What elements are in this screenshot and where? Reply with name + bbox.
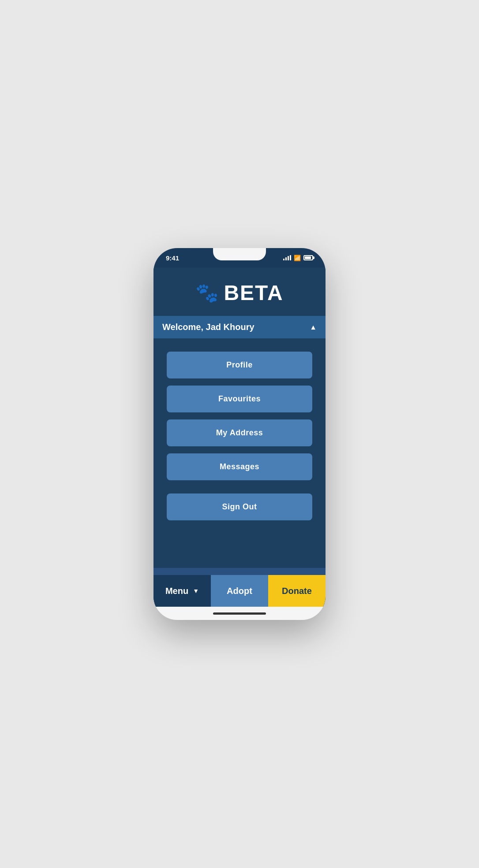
notch: [213, 248, 266, 260]
status-icons: 📶: [283, 255, 313, 261]
status-time: 9:41: [166, 254, 179, 262]
home-indicator: [153, 607, 326, 620]
status-bar: 9:41 📶: [153, 248, 326, 267]
menu-items: Profile Favourites My Address Messages S…: [153, 338, 326, 568]
app-content: 🐾 BETA Welcome, Jad Khoury ▲ Profile Fav…: [153, 267, 326, 607]
signal-bars-icon: [283, 255, 291, 260]
app-header: 🐾 BETA: [153, 267, 326, 316]
welcome-bar[interactable]: Welcome, Jad Khoury ▲: [153, 316, 326, 338]
bottom-spacer: [153, 568, 326, 575]
app-title: BETA: [224, 281, 283, 305]
home-bar: [213, 612, 266, 615]
address-button[interactable]: My Address: [167, 419, 312, 446]
messages-button[interactable]: Messages: [167, 453, 312, 480]
menu-nav-label: Menu: [165, 586, 188, 596]
chevron-up-icon: ▲: [310, 323, 317, 331]
donate-nav-label: Donate: [282, 586, 312, 596]
welcome-text: Welcome, Jad Khoury: [162, 322, 254, 332]
menu-nav-button[interactable]: Menu ▼: [153, 575, 211, 607]
profile-button[interactable]: Profile: [167, 352, 312, 378]
phone-frame: 9:41 📶 🐾 BETA Welcome, Jad Khoury: [153, 248, 326, 620]
battery-icon: [303, 255, 313, 260]
logo-container: 🐾 BETA: [195, 281, 283, 305]
adopt-nav-button[interactable]: Adopt: [211, 575, 268, 607]
signout-button[interactable]: Sign Out: [167, 493, 312, 520]
donate-nav-button[interactable]: Donate: [268, 575, 326, 607]
menu-chevron-icon: ▼: [193, 587, 199, 594]
adopt-nav-label: Adopt: [227, 586, 252, 596]
paw-icon: 🐾: [195, 282, 218, 304]
favourites-button[interactable]: Favourites: [167, 386, 312, 412]
wifi-icon: 📶: [294, 255, 301, 261]
bottom-nav: Menu ▼ Adopt Donate: [153, 575, 326, 607]
